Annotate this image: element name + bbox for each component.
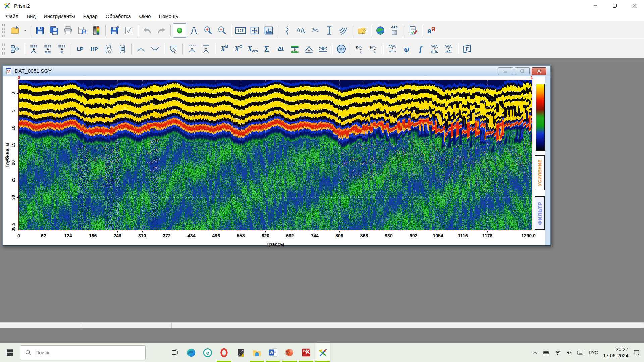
toolbar-button-signal-arcs[interactable] [337,23,350,38]
toolbar-button-phase[interactable]: φ [400,42,413,56]
toolbar-button-gps-table[interactable]: GPS [388,23,401,38]
toolbar-button-x-move[interactable]: XM [218,42,231,56]
battery-icon[interactable] [543,350,550,356]
toolbar-button-wavelet-bars[interactable] [428,42,441,56]
toolbar-button-zoom-in[interactable] [201,23,215,38]
gain-panel-button[interactable]: УСИЛЕНИЕ [535,155,545,190]
toolbar-button-zero-adjust[interactable]: >0< [316,42,330,56]
document-minimize-button[interactable] [498,67,513,75]
toolbar-button-align-peaks[interactable] [185,42,199,56]
toolbar-button-smooth-dip[interactable] [148,42,162,56]
toolbar-button-wavelet-smooth[interactable] [386,42,399,56]
menu-item-view[interactable]: Вид [22,12,40,21]
document-restore-button[interactable] [515,67,530,75]
toolbar-button-save-confirm[interactable]: ? [108,23,121,38]
toolbar-button-batch-flow[interactable] [8,42,22,56]
toolbar-button-undo[interactable] [141,23,154,38]
toolbar-button-report-check[interactable] [406,23,420,38]
batch-flow-icon [10,44,20,54]
toolbar-button-f-function[interactable]: F [461,42,474,56]
toolbar-button-export-page[interactable] [75,23,89,38]
wifi-icon[interactable] [555,350,561,356]
toolbar-button-palette[interactable] [90,23,103,38]
toolbar-button-zoom-out[interactable] [215,23,229,38]
taskbar-app-powerpoint[interactable]: P [281,343,298,362]
tray-expand-icon[interactable] [532,350,538,356]
close-button[interactable] [625,0,644,11]
x-tick-mark [364,231,364,232]
toolbar-button-print[interactable] [61,23,75,38]
radargram-canvas[interactable] [19,80,532,230]
taskbar-app-pdf-viewer[interactable]: PDF [298,343,314,362]
toolbar-button-redo[interactable] [155,23,168,38]
toolbar-button-edit-folder[interactable] [355,23,369,38]
toolbar-button-stack-compress[interactable] [55,42,68,56]
taskbar-app-edge[interactable] [183,343,199,362]
toolbar-button-lowpass[interactable]: LP [73,42,87,56]
toolbar-button-open[interactable] [8,23,22,38]
menu-item-window[interactable]: Окно [135,12,155,21]
toolbar-button-open-more[interactable] [22,23,28,38]
taskbar-app-word[interactable]: W [265,343,281,362]
toolbar-button-wiggle-trace[interactable] [294,23,308,38]
menu-item-processing[interactable]: Обработка [102,12,135,21]
taskbar-app-opera[interactable] [216,343,232,362]
menu-item-tools[interactable]: Инструменты [40,12,79,21]
toolbar-button-stack-peak[interactable] [27,42,40,56]
toolbar-button-fit-extent[interactable] [248,23,261,38]
toolbar-button-scale-1-1[interactable]: 1:1 [234,23,247,38]
toolbar-button-point-marker[interactable] [173,23,186,38]
taskbar-search[interactable] [20,345,146,360]
document-titlebar[interactable]: DAT_0051.SGY [3,66,550,77]
toolbar-button-polygon-edit[interactable] [167,42,180,56]
toolbar-button-route-line[interactable] [280,23,294,38]
toolbar-button-option-check[interactable] [122,23,136,38]
toolbar-grip[interactable] [2,24,5,37]
taskbar-app-dark-app[interactable] [232,343,249,362]
toolbar-button-topo-correction[interactable] [302,42,316,56]
toolbar-button-filter-edit[interactable] [102,42,115,56]
toolbar-button-x-gps[interactable]: XGPS [246,42,259,56]
toolbar-button-frequency[interactable]: f [414,42,427,56]
toolbar-button-x-grid[interactable]: XG [232,42,245,56]
tray-clock[interactable]: 20:27 17.06.2024 [603,346,628,359]
toolbar-button-smooth-peak[interactable] [134,42,148,56]
action-center-icon[interactable] [633,349,640,356]
taskbar-app-prism[interactable] [314,343,331,362]
toolbar-button-globe[interactable] [374,23,387,38]
toolbar-button-terrain-layers[interactable] [288,42,302,56]
toolbar-button-stack-average[interactable] [41,42,54,56]
start-button[interactable] [0,343,20,362]
touch-keyboard-icon[interactable] [577,350,584,356]
toolbar-button-deconvolution[interactable]: Dec [335,42,348,56]
menu-item-radar[interactable]: Радар [79,12,102,21]
toolbar-button-flatten-peaks[interactable] [199,42,213,56]
toolbar-button-histogram[interactable] [262,23,275,38]
document-close-button[interactable] [532,67,546,75]
toolbar-button-sum-traces[interactable]: Σ [260,42,273,56]
toolbar-button-matrix-dots[interactable] [116,42,129,56]
toolbar-button-save-all[interactable] [47,23,61,38]
toolbar-button-wavelet-spikes[interactable] [442,42,455,56]
volume-icon[interactable] [566,350,572,356]
toolbar-button-translate[interactable]: aЯ [425,23,438,38]
toolbar-button-save[interactable] [33,23,47,38]
toolbar-button-vertical-range[interactable] [323,23,336,38]
toolbar-button-s-gain[interactable]: S [353,42,367,56]
toolbar-button-highpass[interactable]: HP [88,42,101,56]
taskbar-app-file-explorer[interactable] [249,343,265,362]
search-input[interactable] [35,349,130,356]
language-indicator[interactable]: РУС [589,350,598,355]
minimize-button[interactable] [586,0,605,11]
toolbar-grip[interactable] [2,43,5,55]
taskbar-app-task-view[interactable] [166,343,183,362]
toolbar-button-cut-scissors[interactable]: ✂ [309,23,322,38]
toolbar-button-h-gain[interactable]: H [367,42,381,56]
toolbar-button-delta-t[interactable]: Δt [274,42,287,56]
restore-button[interactable] [605,0,625,11]
filter-panel-button[interactable]: ФИЛЬТР [535,196,545,230]
menu-item-file[interactable]: Файл [2,12,22,21]
toolbar-button-trace-peak[interactable] [187,23,201,38]
taskbar-app-eset[interactable]: e [199,343,216,362]
menu-item-help[interactable]: Помощь [155,12,182,21]
